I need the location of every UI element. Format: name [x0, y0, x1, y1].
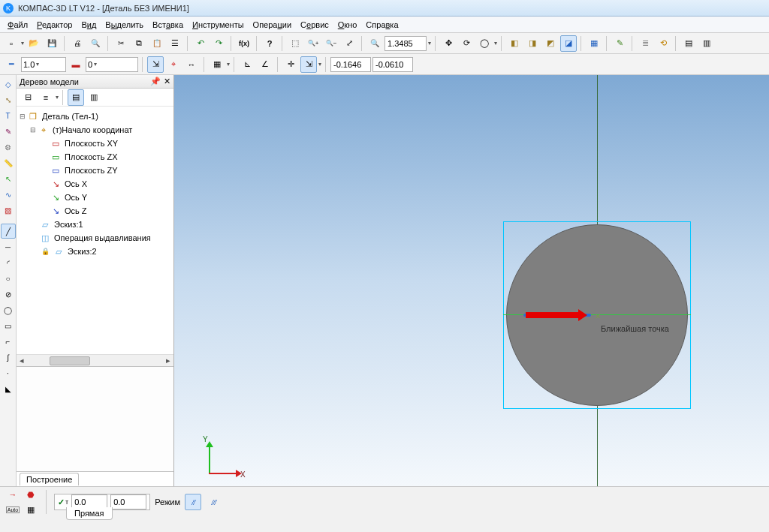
menu-service[interactable]: Сервис	[297, 19, 332, 31]
sketch-button[interactable]	[611, 35, 628, 52]
tool-chamfer[interactable]: ◣	[1, 381, 16, 396]
angle-snap-button[interactable]	[257, 56, 273, 73]
help-button[interactable]	[261, 35, 278, 52]
tool-hatch[interactable]: ▨	[1, 203, 16, 218]
tool-bezier[interactable]: ∫	[1, 350, 16, 365]
remember-state-button[interactable]: ▦	[23, 503, 39, 516]
tool-select[interactable]: ↖	[1, 171, 16, 186]
tool-hline[interactable]: ─	[1, 239, 16, 254]
tool-geometry[interactable]: ◇	[1, 77, 16, 92]
auto-create-button[interactable]	[5, 503, 21, 516]
menu-help[interactable]: Справка	[363, 19, 401, 31]
list-mode-button[interactable]	[38, 89, 54, 106]
tree-plane-xy[interactable]: Плоскость XY	[18, 137, 172, 150]
lineweight-dropdown[interactable]: 1.0▾	[21, 57, 66, 72]
layer-color-button[interactable]: ▬	[68, 56, 84, 73]
tree-view-b-button[interactable]: ▥	[86, 89, 102, 106]
tool-tangent[interactable]: ⊘	[1, 287, 16, 302]
tool-line[interactable]: ╱	[1, 224, 16, 239]
tree-axis-x[interactable]: Ось X	[18, 177, 172, 191]
tree-plane-zy[interactable]: Плоскость ZY	[18, 164, 172, 177]
new-button[interactable]	[3, 35, 20, 52]
tool-arc[interactable]: ◜	[1, 255, 16, 270]
layers-button[interactable]	[637, 35, 653, 52]
shaded-button[interactable]	[560, 35, 577, 52]
xy-check-icon[interactable]: т	[58, 497, 68, 507]
tree-root[interactable]: ⊟ Деталь (Тел-1)	[18, 110, 172, 123]
wireframe-button[interactable]	[506, 35, 523, 52]
ortho-button[interactable]	[239, 56, 255, 73]
tool-point[interactable]: ·	[1, 365, 16, 380]
cursor-x-input[interactable]	[330, 57, 371, 72]
orbit-button[interactable]	[476, 35, 493, 52]
mode-segment-button[interactable]	[206, 494, 222, 510]
menu-insert[interactable]: Вставка	[149, 19, 186, 31]
tool-polyline[interactable]: ⌐	[1, 334, 16, 349]
tree-sketch1[interactable]: Эскиз:1	[18, 218, 172, 231]
tile-horiz-button[interactable]	[680, 35, 697, 52]
tree-hscroll[interactable]: ◂▸	[17, 354, 173, 366]
print-button[interactable]	[69, 35, 86, 52]
hidden-lines-button[interactable]	[524, 35, 541, 52]
grid-button[interactable]	[209, 56, 225, 73]
redo-button[interactable]	[210, 35, 227, 52]
hidden-removed-button[interactable]	[542, 35, 559, 52]
zoom-out-button[interactable]	[323, 35, 339, 52]
apply-button[interactable]	[5, 488, 21, 501]
dim-constraint-button[interactable]	[183, 56, 200, 73]
rebuild-button[interactable]: ⟲	[655, 35, 671, 52]
coord-mode-button[interactable]	[147, 56, 164, 73]
tool-rect[interactable]: ▭	[1, 318, 16, 333]
variables-button[interactable]	[236, 35, 252, 52]
print-preview-button[interactable]	[87, 35, 104, 52]
tool-measure[interactable]: 📏	[1, 155, 16, 170]
menu-view[interactable]: Вид	[78, 19, 99, 31]
snap-button[interactable]	[165, 56, 182, 73]
tool-edit[interactable]: ✎	[1, 124, 16, 139]
point-y-input[interactable]	[110, 494, 146, 509]
paste-button[interactable]	[149, 35, 165, 52]
rotate-view-button[interactable]	[458, 35, 475, 52]
tool-params[interactable]: ⚙	[1, 140, 16, 155]
linestyle-button[interactable]: ━	[3, 56, 20, 73]
tile-vert-button[interactable]	[698, 35, 715, 52]
menu-editor[interactable]: Редактор	[34, 19, 75, 31]
save-button[interactable]	[44, 35, 60, 52]
zoom-button[interactable]	[366, 35, 383, 52]
property-tab-line[interactable]: Прямая	[66, 507, 113, 520]
close-tree-button[interactable]: ✕	[164, 77, 170, 86]
tool-circle[interactable]: ○	[1, 271, 16, 286]
zoom-value-input[interactable]	[384, 36, 427, 51]
menu-file[interactable]: ФФайлайл	[5, 19, 31, 31]
tree-mode-button[interactable]	[20, 89, 36, 106]
zoom-fit-button[interactable]	[341, 35, 357, 52]
pin-icon[interactable]: 📌	[150, 77, 161, 86]
tree-axis-y[interactable]: Ось Y	[18, 191, 172, 204]
tree-extrude[interactable]: Операция выдавливания	[18, 231, 172, 245]
tree-view-a-button[interactable]: ▤	[68, 89, 84, 106]
zoom-in-button[interactable]	[305, 35, 321, 52]
cut-button[interactable]	[113, 35, 129, 52]
copy-button[interactable]	[131, 35, 147, 52]
tool-spline[interactable]: ∿	[1, 187, 16, 202]
mode-line-button[interactable]	[185, 494, 201, 510]
viewport[interactable]: Ближайшая точка ✕ X Y	[174, 75, 769, 486]
tree-body[interactable]: ⊟ Деталь (Тел-1) ⊟ ⌖ (т)Начало координат…	[17, 107, 173, 354]
menu-operations[interactable]: Операции	[250, 19, 294, 31]
tree-origin[interactable]: ⊟ ⌖ (т)Начало координат	[18, 123, 172, 137]
properties-button[interactable]	[167, 35, 183, 52]
tool-ellipse[interactable]: ◯	[1, 302, 16, 317]
undo-button[interactable]	[192, 35, 209, 52]
tree-plane-zx[interactable]: Плоскость ZX	[18, 150, 172, 164]
pan-button[interactable]	[440, 35, 457, 52]
cursor-y-input[interactable]	[372, 57, 413, 72]
local-cs-button[interactable]	[282, 56, 299, 73]
layer-dropdown[interactable]: 0▾	[86, 57, 138, 72]
menu-select[interactable]: Выделить	[102, 19, 146, 31]
menu-tools[interactable]: Инструменты	[189, 19, 247, 31]
tree-axis-z[interactable]: Ось Z	[18, 204, 172, 218]
tree-sketch2[interactable]: Эскиз:2	[18, 245, 172, 258]
stop-button[interactable]	[23, 488, 39, 501]
tool-text[interactable]: T	[1, 108, 16, 123]
open-button[interactable]	[26, 35, 42, 52]
